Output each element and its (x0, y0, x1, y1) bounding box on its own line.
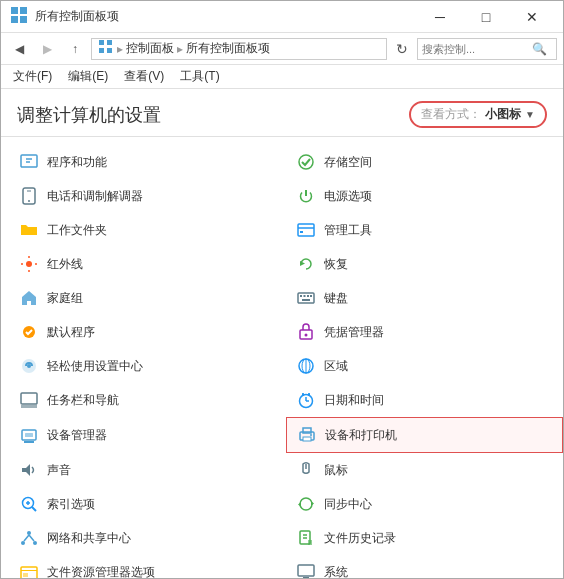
menu-file[interactable]: 文件(F) (9, 66, 56, 87)
item-icon (17, 526, 41, 550)
item-label: 同步中心 (324, 496, 372, 513)
back-button[interactable]: ◀ (7, 37, 31, 61)
item-icon (17, 286, 41, 310)
item-icon (17, 560, 41, 578)
svg-rect-34 (21, 393, 37, 404)
list-item[interactable]: 设备和打印机 (286, 417, 563, 453)
svg-point-56 (21, 541, 25, 545)
item-label: 管理工具 (324, 222, 372, 239)
svg-line-59 (29, 535, 34, 541)
item-icon (17, 354, 41, 378)
list-item[interactable]: 同步中心 (286, 487, 563, 521)
svg-rect-15 (298, 224, 314, 236)
svg-rect-35 (21, 405, 37, 408)
list-item[interactable]: 设备管理器 (9, 417, 286, 453)
item-icon (294, 320, 318, 344)
list-item[interactable]: 凭据管理器 (286, 315, 563, 349)
view-value: 小图标 (485, 106, 521, 123)
svg-rect-5 (107, 40, 112, 45)
menu-edit[interactable]: 编辑(E) (64, 66, 112, 87)
list-item[interactable]: 区域 (286, 349, 563, 383)
list-item[interactable]: 日期和时间 (286, 383, 563, 417)
list-item[interactable]: 索引选项 (9, 487, 286, 521)
list-item[interactable]: 存储空间 (286, 145, 563, 179)
menu-view[interactable]: 查看(V) (120, 66, 168, 87)
item-label: 文件资源管理器选项 (47, 564, 155, 579)
search-icon: 🔍 (532, 42, 547, 56)
menu-bar: 文件(F) 编辑(E) 查看(V) 工具(T) (1, 65, 563, 89)
item-label: 文件历史记录 (324, 530, 396, 547)
item-icon (294, 388, 318, 412)
list-item[interactable]: 声音 (9, 453, 286, 487)
breadcrumb-part2[interactable]: 所有控制面板项 (186, 40, 270, 57)
svg-rect-4 (99, 40, 104, 45)
refresh-button[interactable]: ↻ (391, 38, 413, 60)
item-label: 电话和调制解调器 (47, 188, 143, 205)
item-icon (17, 492, 41, 516)
item-label: 设备管理器 (47, 427, 107, 444)
list-item[interactable]: 文件资源管理器选项 (9, 555, 286, 578)
item-label: 鼠标 (324, 462, 348, 479)
svg-rect-8 (21, 155, 37, 167)
list-item[interactable]: 工作文件夹 (9, 213, 286, 247)
page-title: 调整计算机的设置 (17, 103, 161, 127)
search-box[interactable]: 🔍 (417, 38, 557, 60)
item-icon (294, 492, 318, 516)
svg-marker-19 (300, 261, 305, 266)
view-selector[interactable]: 查看方式： 小图标 ▼ (409, 101, 547, 128)
item-icon (294, 252, 318, 276)
close-button[interactable]: ✕ (509, 1, 555, 33)
list-item[interactable]: 文件历史记录 (286, 521, 563, 555)
content-header: 调整计算机的设置 查看方式： 小图标 ▼ (1, 89, 563, 137)
list-item[interactable]: 网络和共享中心 (9, 521, 286, 555)
minimize-button[interactable]: ─ (417, 1, 463, 33)
list-item[interactable]: 轻松使用设置中心 (9, 349, 286, 383)
svg-point-30 (27, 364, 31, 368)
svg-point-55 (27, 531, 31, 535)
item-label: 恢复 (324, 256, 348, 273)
list-item[interactable]: 电话和调制解调器 (9, 179, 286, 213)
list-item[interactable]: 系统 (286, 555, 563, 578)
svg-rect-65 (23, 573, 28, 577)
item-icon (294, 560, 318, 578)
address-path[interactable]: ▸ 控制面板 ▸ 所有控制面板项 (91, 38, 387, 60)
svg-rect-6 (99, 48, 104, 53)
item-icon (295, 423, 319, 447)
main-window: 所有控制面板项 ─ □ ✕ ◀ ▶ ↑ ▸ 控制面板 ▸ 所有控制面板项 ↻ (0, 0, 564, 579)
maximize-button[interactable]: □ (463, 1, 509, 33)
list-item[interactable]: 家庭组 (9, 281, 286, 315)
item-label: 索引选项 (47, 496, 95, 513)
list-item[interactable]: 键盘 (286, 281, 563, 315)
list-item[interactable]: 程序和功能 (9, 145, 286, 179)
item-icon (294, 218, 318, 242)
list-item[interactable]: 红外线 (9, 247, 286, 281)
list-item[interactable]: 管理工具 (286, 213, 563, 247)
items-container: 程序和功能存储空间电话和调制解调器电源选项工作文件夹管理工具红外线恢复家庭组键盘… (1, 137, 563, 578)
svg-rect-42 (25, 433, 33, 437)
item-icon (17, 218, 41, 242)
item-icon (294, 150, 318, 174)
list-item[interactable]: 恢复 (286, 247, 563, 281)
svg-rect-40 (308, 393, 310, 396)
menu-tools[interactable]: 工具(T) (176, 66, 223, 87)
item-label: 电源选项 (324, 188, 372, 205)
title-bar-controls: ─ □ ✕ (417, 1, 555, 33)
svg-rect-22 (304, 295, 306, 297)
item-icon (17, 252, 41, 276)
item-label: 系统 (324, 564, 348, 579)
list-item[interactable]: 任务栏和导航 (9, 383, 286, 417)
item-label: 程序和功能 (47, 154, 107, 171)
forward-button[interactable]: ▶ (35, 37, 59, 61)
item-label: 凭据管理器 (324, 324, 384, 341)
item-label: 区域 (324, 358, 348, 375)
item-icon (294, 286, 318, 310)
list-item[interactable]: 电源选项 (286, 179, 563, 213)
svg-point-28 (305, 334, 308, 337)
item-label: 家庭组 (47, 290, 83, 307)
up-button[interactable]: ↑ (63, 37, 87, 61)
list-item[interactable]: 默认程序 (9, 315, 286, 349)
svg-rect-45 (303, 428, 311, 433)
breadcrumb-part1[interactable]: 控制面板 (126, 40, 174, 57)
list-item[interactable]: 鼠标 (286, 453, 563, 487)
search-input[interactable] (422, 43, 532, 55)
